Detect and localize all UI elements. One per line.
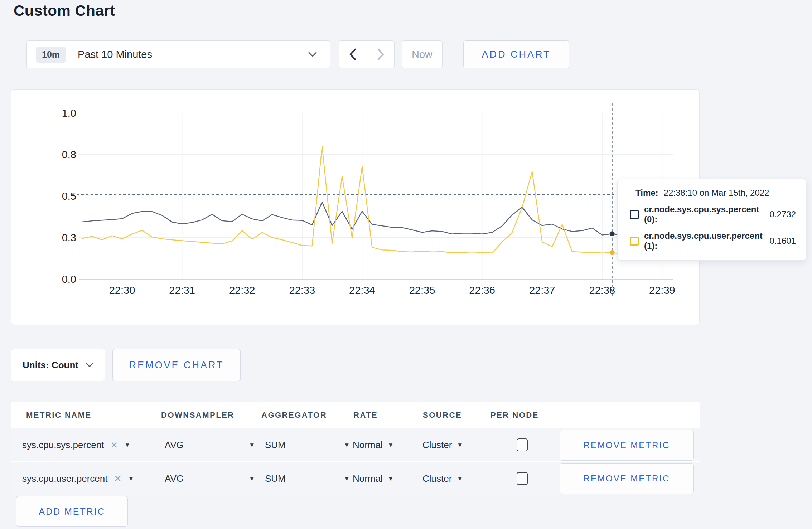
svg-text:0.0: 0.0 xyxy=(62,273,76,285)
svg-text:22:31: 22:31 xyxy=(169,285,195,296)
col-header-per-node: PER NODE xyxy=(490,411,539,420)
rate-value: Normal xyxy=(353,473,383,484)
col-header-downsampler: DOWNSAMPLER xyxy=(161,411,235,420)
caret-down-icon: ▼ xyxy=(249,442,255,448)
time-nav-group xyxy=(339,40,395,68)
source-select[interactable]: Cluster ▼ xyxy=(422,428,463,461)
source-value: Cluster xyxy=(422,473,452,484)
svg-text:22:34: 22:34 xyxy=(349,285,375,296)
col-header-source: SOURCE xyxy=(423,411,462,420)
aggregator-value: SUM xyxy=(265,440,286,451)
per-node-cell xyxy=(511,428,533,461)
remove-metric-button[interactable]: REMOVE METRIC xyxy=(560,430,694,461)
svg-text:22:33: 22:33 xyxy=(289,285,315,296)
caret-down-icon: ▼ xyxy=(249,476,255,482)
svg-text:1.0: 1.0 xyxy=(62,107,76,119)
svg-text:22:37: 22:37 xyxy=(529,285,555,296)
per-node-checkbox[interactable] xyxy=(517,472,528,485)
caret-down-icon: ▼ xyxy=(457,442,463,448)
chevron-down-icon xyxy=(308,52,317,57)
per-node-cell xyxy=(511,462,533,495)
time-range-selector[interactable]: 10m Past 10 Minutes xyxy=(26,40,330,68)
chart-canvas[interactable]: 0.00.30.50.81.022:3022:3122:3222:3322:34… xyxy=(11,90,699,324)
remove-chart-button[interactable]: REMOVE CHART xyxy=(112,349,241,381)
aggregator-select[interactable]: SUM ▼ xyxy=(265,428,350,461)
rate-select[interactable]: Normal ▼ xyxy=(353,428,394,461)
metrics-table: METRIC NAME DOWNSAMPLER AGGREGATOR RATE … xyxy=(11,402,700,495)
downsampler-select[interactable]: AVG ▼ xyxy=(165,428,255,461)
tooltip-series-label: cr.node.sys.cpu.user.percent (1): xyxy=(644,231,764,251)
downsampler-value: AVG xyxy=(165,440,184,451)
now-button[interactable]: Now xyxy=(402,40,443,68)
source-value: Cluster xyxy=(422,440,452,451)
rate-select[interactable]: Normal ▼ xyxy=(353,462,394,495)
downsampler-value: AVG xyxy=(165,473,184,484)
caret-down-icon: ▼ xyxy=(344,476,350,482)
svg-text:22:35: 22:35 xyxy=(409,285,435,296)
svg-text:22:38: 22:38 xyxy=(589,285,615,296)
tooltip-series-label: cr.node.sys.cpu.sys.percent (0): xyxy=(644,204,764,224)
time-range-label: Past 10 Minutes xyxy=(78,49,152,60)
chart-tooltip: Time: 22:38:10 on Mar 15th, 2022 cr.node… xyxy=(617,179,806,261)
prev-range-button[interactable] xyxy=(339,41,367,68)
caret-down-icon: ▼ xyxy=(388,476,394,482)
add-chart-button[interactable]: ADD CHART xyxy=(463,40,569,68)
tooltip-series-value: 0.2732 xyxy=(770,209,796,219)
downsampler-select[interactable]: AVG ▼ xyxy=(165,462,255,495)
clear-metric-icon[interactable]: ✕ xyxy=(114,474,121,484)
tooltip-time-label: Time: xyxy=(635,188,658,198)
col-header-metric-name: METRIC NAME xyxy=(26,411,92,420)
series-sys-swatch-icon xyxy=(630,210,639,219)
svg-text:0.8: 0.8 xyxy=(62,149,76,160)
svg-text:0.3: 0.3 xyxy=(62,232,76,243)
metric-name-select[interactable]: sys.cpu.sys.percent ✕ ▼ xyxy=(22,428,130,461)
tooltip-series-row: cr.node.sys.cpu.sys.percent (0): 0.2732 xyxy=(630,204,796,224)
metrics-table-header: METRIC NAME DOWNSAMPLER AGGREGATOR RATE … xyxy=(11,402,700,428)
aggregator-value: SUM xyxy=(265,473,286,484)
col-header-aggregator: AGGREGATOR xyxy=(261,411,327,420)
col-header-rate: RATE xyxy=(353,411,378,420)
chevron-left-icon xyxy=(349,48,357,60)
units-select[interactable]: Units: Count xyxy=(11,349,105,381)
caret-down-icon: ▼ xyxy=(128,476,134,482)
tooltip-series-value: 0.1601 xyxy=(770,236,796,246)
caret-down-icon: ▼ xyxy=(124,442,130,448)
clear-metric-icon[interactable]: ✕ xyxy=(110,440,118,450)
next-range-button[interactable] xyxy=(367,41,395,68)
tooltip-time-value: 22:38:10 on Mar 15th, 2022 xyxy=(664,188,769,198)
svg-text:22:39: 22:39 xyxy=(649,285,675,296)
chevron-down-icon xyxy=(86,363,93,368)
source-select[interactable]: Cluster ▼ xyxy=(422,462,463,495)
metric-name-value: sys.cpu.user.percent xyxy=(22,473,107,484)
page-title: Custom Chart xyxy=(14,2,115,19)
remove-metric-button[interactable]: REMOVE METRIC xyxy=(560,463,694,494)
caret-down-icon: ▼ xyxy=(457,476,463,482)
svg-text:22:36: 22:36 xyxy=(469,285,495,296)
chart-card: 0.00.30.50.81.022:3022:3122:3222:3322:34… xyxy=(11,89,700,325)
tooltip-time-row: Time: 22:38:10 on Mar 15th, 2022 xyxy=(630,188,796,198)
series-user-swatch-icon xyxy=(630,237,639,246)
svg-text:22:30: 22:30 xyxy=(109,285,135,296)
svg-text:22:32: 22:32 xyxy=(229,285,255,296)
aggregator-select[interactable]: SUM ▼ xyxy=(265,462,350,495)
per-node-checkbox[interactable] xyxy=(517,438,528,451)
caret-down-icon: ▼ xyxy=(388,442,394,448)
metric-name-value: sys.cpu.sys.percent xyxy=(22,440,104,451)
svg-text:0.5: 0.5 xyxy=(62,190,76,202)
rate-value: Normal xyxy=(353,440,383,451)
chevron-right-icon xyxy=(377,48,385,60)
metric-name-select[interactable]: sys.cpu.user.percent ✕ ▼ xyxy=(22,462,134,495)
units-label: Units: Count xyxy=(23,360,78,371)
caret-down-icon: ▼ xyxy=(344,442,350,448)
tooltip-series-row: cr.node.sys.cpu.user.percent (1): 0.1601 xyxy=(630,231,796,251)
time-range-badge: 10m xyxy=(36,47,66,63)
add-metric-button[interactable]: ADD METRIC xyxy=(16,496,128,527)
toolbar-divider xyxy=(11,40,11,68)
